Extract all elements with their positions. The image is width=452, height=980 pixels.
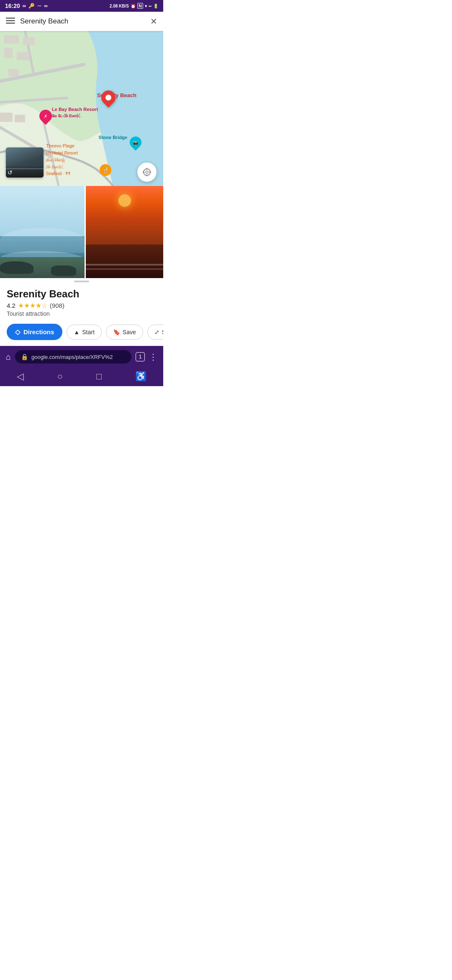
status-left: 16:20 ∞ 🔑 ··· ∞ [5, 3, 48, 9]
signal-icon: ▪▪ [149, 4, 152, 8]
start-button[interactable]: ▲ Start [67, 325, 101, 340]
place-name: Serenity Beach [7, 288, 157, 300]
svg-rect-14 [0, 113, 13, 122]
beach-photo-right[interactable] [86, 186, 163, 278]
place-info: Serenity Beach 4.2 ★★★★☆ (908) Tourist a… [0, 283, 163, 320]
dots-icon: ··· [37, 3, 41, 9]
back-button[interactable]: ◁ [17, 371, 24, 382]
home-button[interactable]: ○ [57, 371, 63, 382]
svg-rect-9 [4, 35, 19, 44]
battery-icon: 🔋 [153, 4, 158, 8]
svg-rect-0 [6, 18, 15, 19]
key-icon: 🔑 [28, 3, 35, 9]
nfc-icon: N [137, 3, 143, 9]
directions-diamond-icon: ◇ [15, 328, 20, 336]
refresh-icon: ↺ [8, 169, 13, 176]
lock-icon: 🔒 [21, 353, 28, 360]
save-bookmark-icon: 🔖 [113, 329, 120, 335]
close-icon[interactable]: ✕ [150, 16, 157, 26]
beach-photo-left[interactable] [0, 186, 85, 278]
svg-rect-10 [23, 37, 35, 45]
svg-point-21 [146, 171, 148, 173]
status-bar: 16:20 ∞ 🔑 ··· ∞ 2.08 KB/S ⏰ N ▾ ▪▪ 🔋 [0, 0, 163, 12]
svg-rect-11 [4, 48, 13, 58]
tab-count[interactable]: 1 [136, 352, 145, 361]
directions-button[interactable]: ◇ Directions [7, 324, 62, 340]
recent-apps-button[interactable]: □ [96, 371, 102, 382]
theevu-plage-label: Theevu Plagech Hotel Resort தீவு பிளேஜ்ப… [46, 142, 78, 177]
place-category: Tourist attraction [7, 310, 157, 317]
search-bar: ✕ [0, 12, 163, 31]
map-area[interactable]: Serenity Beach Le Bay Beach Resort லே பே… [0, 31, 163, 186]
search-input[interactable] [20, 17, 145, 26]
infinite-icon: ∞ [23, 3, 26, 9]
start-label: Start [82, 329, 95, 335]
save-button[interactable]: 🔖 Save [106, 325, 143, 340]
svg-rect-2 [6, 23, 15, 24]
rating-stars: ★★★★☆ [18, 302, 47, 309]
url-text: google.com/maps/place/XRFV%2 [31, 354, 126, 360]
photos-strip [0, 186, 163, 278]
status-right: 2.08 KB/S ⏰ N ▾ ▪▪ 🔋 [110, 3, 158, 9]
svg-point-16 [144, 169, 150, 175]
url-bar[interactable]: 🔒 google.com/maps/place/XRFV%2 [15, 350, 131, 364]
map-thumbnail[interactable]: ↺ [6, 147, 44, 178]
status-time: 16:20 [5, 3, 20, 9]
action-buttons: ◇ Directions ▲ Start 🔖 Save ⤢ Share [0, 320, 163, 346]
directions-label: Directions [23, 328, 54, 335]
svg-rect-1 [6, 20, 15, 21]
share-button[interactable]: ⤢ Share [147, 325, 163, 340]
place-rating: 4.2 ★★★★☆ (908) [7, 302, 157, 309]
browser-menu-button[interactable]: ⋮ [149, 352, 157, 362]
accessibility-button[interactable]: ♿ [135, 371, 146, 382]
restaurant-pin[interactable]: 🍴 [100, 164, 111, 176]
drag-indicator [0, 278, 163, 283]
network-speed: 2.08 KB/S [110, 4, 129, 8]
start-icon: ▲ [74, 329, 80, 335]
wifi-icon: ▾ [145, 4, 147, 8]
hamburger-icon[interactable] [6, 16, 15, 27]
svg-rect-15 [15, 115, 25, 122]
share-label: Share [162, 329, 163, 335]
reviews-count: (908) [50, 302, 64, 309]
save-label: Save [123, 329, 136, 335]
alarm-icon: ⏰ [131, 4, 136, 8]
nav-bar: ◁ ○ □ ♿ [0, 368, 163, 386]
browser-bar: ⌂ 🔒 google.com/maps/place/XRFV%2 1 ⋮ [0, 346, 163, 368]
dots2-icon: ∞ [44, 3, 48, 9]
location-button[interactable] [137, 162, 157, 182]
svg-rect-13 [8, 69, 19, 76]
browser-home-button[interactable]: ⌂ [6, 352, 11, 362]
svg-rect-12 [17, 52, 29, 60]
share-icon: ⤢ [154, 329, 159, 335]
rating-value: 4.2 [7, 302, 15, 309]
